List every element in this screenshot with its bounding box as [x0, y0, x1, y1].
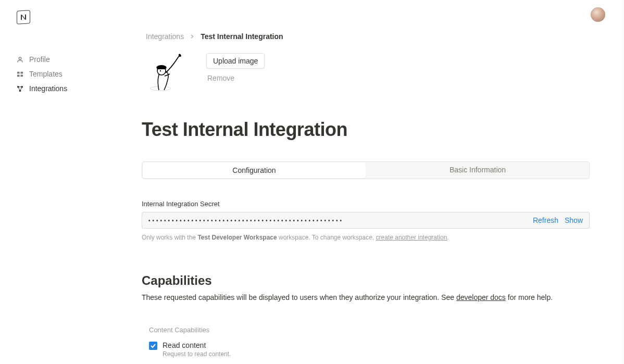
integrations-icon: [16, 84, 24, 93]
tab-configuration[interactable]: Configuration: [143, 162, 366, 178]
breadcrumb-root[interactable]: Integrations: [146, 32, 184, 41]
check-icon: [150, 343, 156, 349]
helper-mid: workspace. To change workspace,: [277, 234, 376, 241]
nav-item-integrations[interactable]: Integrations: [4, 81, 117, 96]
tab-basic-information[interactable]: Basic Information: [366, 162, 589, 179]
nav-label: Templates: [29, 70, 63, 78]
remove-image-link[interactable]: Remove: [206, 74, 265, 82]
logo-area: [4, 8, 117, 36]
svg-point-10: [160, 70, 161, 72]
breadcrumb-current: Test Internal Integration: [201, 32, 283, 41]
breadcrumb: Integrations Test Internal Integration: [142, 6, 590, 51]
svg-rect-2: [20, 71, 23, 73]
secret-helper-text: Only works with the Test Developer Works…: [142, 233, 590, 242]
helper-suffix: .: [447, 234, 448, 241]
cap-group-title: Content Capabilities: [149, 326, 590, 334]
cap-label: Read content: [163, 341, 231, 349]
secret-actions: Refresh Show: [533, 216, 583, 224]
templates-icon: [16, 70, 24, 78]
capabilities-description: These requested capabilities will be dis…: [142, 292, 590, 303]
helper-prefix: Only works with the: [142, 234, 197, 241]
svg-rect-1: [17, 71, 19, 73]
logo-n-icon: [20, 14, 27, 21]
show-secret-link[interactable]: Show: [565, 216, 583, 224]
page-title: Test Internal Integration: [142, 97, 590, 161]
helper-workspace-name: Test Developer Workspace: [197, 234, 277, 241]
capability-read-content: Read content Request to read content.: [149, 341, 590, 358]
capabilities-title: Capabilities: [142, 273, 590, 288]
profile-icon: [16, 55, 24, 64]
refresh-secret-link[interactable]: Refresh: [533, 216, 558, 224]
nav-item-templates[interactable]: Templates: [4, 67, 117, 81]
header-avatar-wrap: [591, 7, 605, 22]
chevron-right-icon: [190, 34, 194, 40]
notion-logo-icon[interactable]: [17, 10, 30, 24]
create-another-integration-link[interactable]: create another integration: [376, 234, 447, 241]
secret-box: ••••••••••••••••••••••••••••••••••••••••…: [142, 212, 590, 229]
nav-item-profile[interactable]: Profile: [4, 52, 117, 67]
secret-masked-value: ••••••••••••••••••••••••••••••••••••••••…: [148, 218, 344, 223]
svg-point-0: [19, 57, 21, 59]
upload-image-button[interactable]: Upload image: [206, 53, 265, 69]
checkbox-read-content[interactable]: [149, 342, 157, 350]
developer-docs-link[interactable]: developer docs: [456, 293, 506, 302]
cap-desc-suffix: for more help.: [506, 293, 553, 302]
content-capabilities-group: Content Capabilities Read content Reques…: [142, 326, 590, 364]
user-avatar[interactable]: [591, 7, 605, 22]
image-actions: Upload image Remove: [206, 51, 265, 82]
cap-desc: Request to read content.: [163, 350, 231, 358]
integration-image-section: Upload image Remove: [142, 51, 590, 97]
svg-rect-4: [20, 74, 23, 77]
cap-content: Read content Request to read content.: [163, 341, 231, 358]
nav-label: Integrations: [29, 84, 67, 93]
svg-rect-3: [17, 74, 19, 77]
secret-label: Internal Integration Secret: [142, 200, 590, 208]
capabilities-section: Capabilities These requested capabilitie…: [142, 273, 590, 364]
sidebar: Profile Templates Integrations: [0, 0, 121, 364]
nav-items: Profile Templates Integrations: [4, 36, 117, 96]
main-content: Integrations Test Internal Integration: [121, 0, 610, 364]
integration-image: [146, 51, 192, 97]
tabs: Configuration Basic Information: [142, 161, 590, 179]
nav-label: Profile: [29, 55, 50, 64]
cap-desc-prefix: These requested capabilities will be dis…: [142, 293, 456, 302]
